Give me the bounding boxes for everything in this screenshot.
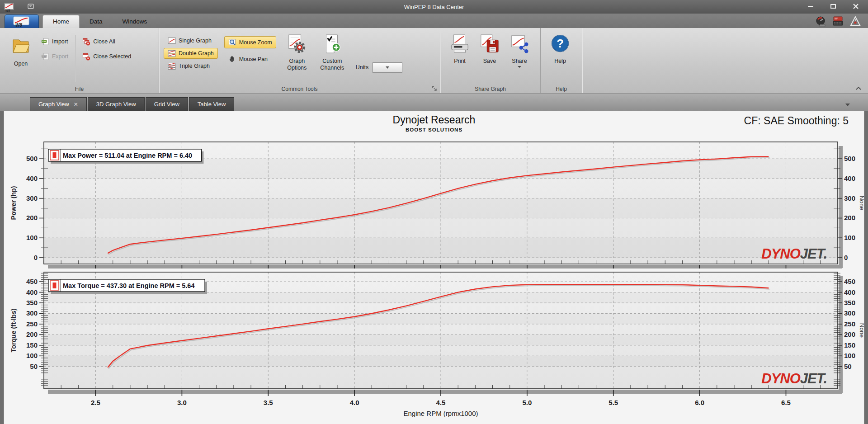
tab-table-view[interactable]: Table View: [189, 97, 235, 111]
graph-subtitle: BOOST SOLUTIONS: [4, 127, 864, 132]
right-axis-title: None: [859, 196, 864, 210]
y-tick-label: 100: [26, 234, 38, 241]
legend: Max Torque = 437.30 at Engine RPM = 5.64: [48, 279, 207, 294]
csv-import-icon: CSV: [41, 38, 49, 46]
tab-graph-view[interactable]: Graph View ✕: [30, 97, 87, 111]
module-icon[interactable]: [833, 16, 844, 27]
window-title: WinPEP 8 Data Center: [0, 4, 868, 10]
chart-shadow: [48, 265, 842, 269]
double-graph-icon: [168, 50, 176, 57]
ribbon-group-file: Open CSV Import CSV: [0, 28, 159, 93]
graph-view-panel: Dynojet Research BOOST SOLUTIONS CF: SAE…: [4, 111, 864, 424]
magnifier-icon: [228, 38, 236, 46]
y-tick-label: 250: [26, 320, 38, 328]
x-tick-label: 5.5: [609, 399, 618, 406]
ribbon-group-share: Print Save: [440, 28, 541, 93]
legend-text: Max Torque = 437.30 at Engine RPM = 5.64: [63, 282, 194, 289]
tab-home[interactable]: Home: [42, 15, 80, 28]
print-button[interactable]: Print: [445, 31, 475, 84]
import-button[interactable]: CSV Import: [37, 36, 72, 47]
y-tick-label-right: 400: [844, 288, 855, 296]
x-axis-title: Engine RPM (rpmx1000): [403, 410, 478, 417]
y-tick-label-right: 500: [844, 155, 855, 162]
mouse-pan-button[interactable]: Mouse Pan: [224, 53, 276, 65]
y-tick-label: 450: [26, 278, 38, 285]
gear-icon: [288, 33, 307, 54]
y-axis-title: Torque (ft-lbs): [10, 308, 17, 352]
y-tick-label: 300: [26, 194, 38, 202]
ribbon-group-common-tools: Single Graph Double Graph: [159, 28, 440, 93]
graph-title: Dynojet Research: [4, 111, 864, 126]
units-label: Units: [356, 64, 368, 71]
y-tick-label-right: 200: [844, 330, 855, 338]
tab-windows[interactable]: Windows: [113, 15, 157, 28]
y-tick-label-right: 100: [844, 352, 855, 359]
svg-text:W8: W8: [15, 23, 22, 28]
y-tick-label: 100: [26, 352, 38, 359]
close-all-button[interactable]: Close All: [78, 36, 135, 47]
ribbon: Open CSV Import CSV: [0, 28, 868, 94]
power-chart[interactable]: DYNOJET.00100100200200300300400400500500…: [4, 137, 864, 269]
graph-options-button[interactable]: Graph Options: [281, 31, 313, 84]
title-bar: W8 WinPEP 8 Data Center: [0, 0, 868, 14]
y-tick-label-right: 200: [844, 214, 855, 221]
save-button[interactable]: Save: [475, 31, 505, 84]
y-tick-label-right: 0: [844, 254, 848, 261]
close-tab-icon[interactable]: ✕: [74, 101, 78, 108]
correction-smoothing-label: CF: SAE Smoothing: 5: [744, 115, 849, 127]
maximize-button[interactable]: [826, 1, 841, 11]
double-graph-button[interactable]: Double Graph: [164, 48, 218, 59]
tab-data[interactable]: Data: [80, 15, 113, 28]
x-tick-label: 6.5: [781, 399, 791, 406]
minimize-button[interactable]: [803, 1, 818, 11]
tab-3d-graph-view[interactable]: 3D Graph View: [88, 97, 145, 111]
close-selected-icon: [82, 53, 90, 61]
x-tick-label: 4.0: [350, 399, 359, 406]
torque-chart[interactable]: DYNOJET.50501001001501502002002502503003…: [4, 269, 864, 418]
y-tick-label-right: 50: [844, 363, 852, 370]
tab-grid-view[interactable]: Grid View: [146, 97, 188, 111]
single-graph-button[interactable]: Single Graph: [164, 35, 218, 46]
units-dropdown[interactable]: [373, 62, 402, 73]
gauge-icon[interactable]: [816, 16, 826, 27]
csv-export-icon: CSV: [41, 53, 49, 61]
y-tick-label: 300: [26, 309, 38, 317]
triple-graph-icon: [168, 62, 176, 70]
svg-text:CSV: CSV: [42, 55, 46, 57]
chevron-up-icon[interactable]: [855, 86, 862, 91]
legend-text: Max Power = 511.04 at Engine RPM = 6.40: [63, 152, 192, 159]
application-button[interactable]: W8: [5, 14, 39, 28]
y-tick-label: 200: [26, 330, 38, 338]
y-tick-label-right: 400: [844, 174, 855, 182]
export-button[interactable]: CSV Export: [37, 51, 72, 62]
x-tick-label: 3.5: [264, 399, 273, 406]
close-selected-button[interactable]: Close Selected: [78, 51, 135, 62]
printer-icon: [450, 33, 469, 54]
x-tick-label: 4.5: [436, 399, 446, 406]
y-tick-label: 0: [34, 254, 38, 261]
winpep-window: W8 WinPEP 8 Data Center W8 Home Data Win…: [0, 0, 868, 424]
share-nodes-icon: [510, 33, 529, 54]
warning-triangle-icon[interactable]: [850, 16, 861, 27]
triple-graph-button[interactable]: Triple Graph: [164, 61, 218, 71]
x-tick-label: 3.0: [177, 399, 187, 406]
group-label-help: Help: [541, 86, 582, 92]
hand-icon: [228, 55, 236, 63]
y-tick-label: 200: [26, 214, 38, 221]
open-button[interactable]: Open: [5, 31, 37, 84]
chart-shadow: [48, 390, 842, 394]
tab-list-dropdown-icon[interactable]: [845, 104, 850, 106]
close-button[interactable]: [848, 1, 863, 11]
share-button[interactable]: Share: [505, 31, 534, 84]
x-tick-label: 2.5: [91, 399, 100, 406]
help-button[interactable]: ? Help: [545, 31, 575, 84]
y-tick-label-right: 300: [844, 309, 855, 317]
y-axis-title: Power (hp): [10, 186, 17, 220]
document-tab-bar: Graph View ✕ 3D Graph View Grid View Tab…: [0, 94, 868, 111]
custom-channels-button[interactable]: Custom Channels: [313, 31, 351, 84]
y-tick-label-right: 250: [844, 320, 855, 328]
close-all-icon: [82, 38, 90, 46]
mouse-zoom-button[interactable]: Mouse Zoom: [224, 36, 276, 48]
group-label-file: File: [0, 86, 159, 92]
y-tick-label: 350: [26, 299, 38, 306]
